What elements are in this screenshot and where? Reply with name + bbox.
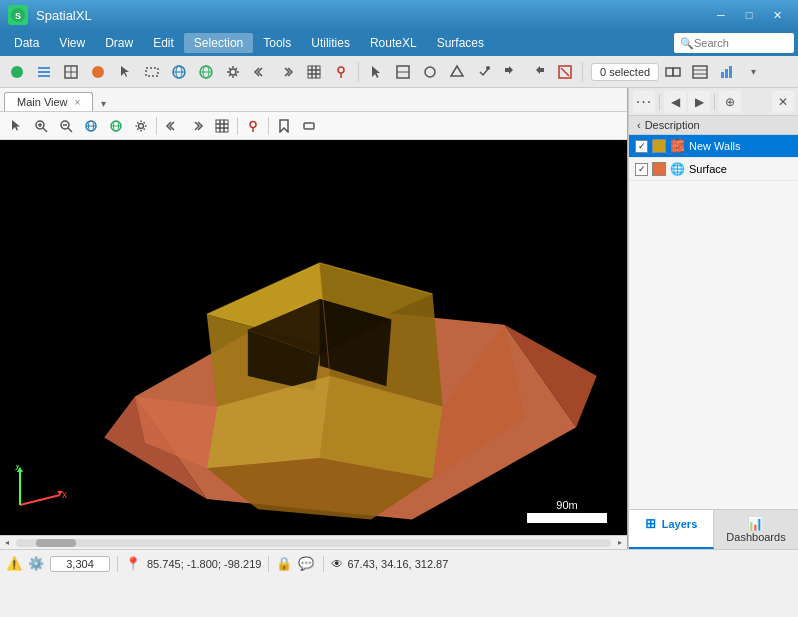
tb-map2[interactable]	[328, 59, 354, 85]
tb-sel1[interactable]	[390, 59, 416, 85]
rbt-layers-label: Layers	[662, 518, 697, 530]
tb-sel2[interactable]	[417, 59, 443, 85]
status-eye-icon: 👁	[331, 557, 343, 571]
view-sep-1	[156, 117, 157, 135]
menu-draw[interactable]: Draw	[95, 33, 143, 53]
scroll-track[interactable]	[16, 539, 611, 547]
vt-gear[interactable]	[129, 114, 153, 138]
svg-point-54	[139, 123, 144, 128]
toolbar-sep-2	[582, 62, 583, 82]
vt-globe2[interactable]	[104, 114, 128, 138]
tb-layers[interactable]	[31, 59, 57, 85]
canvas-area[interactable]: x y 90m	[0, 140, 627, 535]
view-tab-dropdown[interactable]: ▾	[97, 96, 110, 111]
svg-text:x: x	[62, 489, 67, 500]
menu-selection[interactable]: Selection	[184, 33, 253, 53]
tb-deselect[interactable]	[552, 59, 578, 85]
horizontal-scrollbar[interactable]: ◂ ▸	[0, 535, 627, 549]
layers-tab-icon: ⊞	[645, 516, 656, 531]
svg-rect-59	[220, 124, 224, 128]
tb-sel6[interactable]	[525, 59, 551, 85]
app-icon: S	[8, 5, 28, 25]
search-input[interactable]	[694, 37, 784, 49]
tb-map[interactable]	[58, 59, 84, 85]
layer-item-new-walls[interactable]: 🧱 New Walls	[629, 135, 798, 158]
svg-rect-4	[38, 71, 50, 73]
vt-bookmark[interactable]	[272, 114, 296, 138]
tb-cursor[interactable]	[112, 59, 138, 85]
tb-green-circle[interactable]	[4, 59, 30, 85]
tb-pointer[interactable]	[363, 59, 389, 85]
menu-utilities[interactable]: Utilities	[301, 33, 360, 53]
menu-view[interactable]: View	[49, 33, 95, 53]
right-bottom-tabs: ⊞ Layers 📊 Dashboards	[629, 509, 798, 549]
svg-rect-8	[146, 68, 158, 76]
tb-settings[interactable]	[220, 59, 246, 85]
tb-next[interactable]	[274, 59, 300, 85]
rt-close[interactable]: ✕	[772, 91, 794, 113]
layer-header-back[interactable]: ‹	[637, 119, 641, 131]
rt-pin[interactable]: ⊕	[719, 91, 741, 113]
minimize-button[interactable]: ─	[708, 5, 734, 25]
vt-zoom-in[interactable]	[29, 114, 53, 138]
axes-svg: x y	[10, 465, 70, 515]
rbt-layers[interactable]: ⊞ Layers	[629, 510, 714, 549]
rt-more[interactable]: ···	[633, 91, 655, 113]
menu-data[interactable]: Data	[4, 33, 49, 53]
tb-globe[interactable]	[166, 59, 192, 85]
vt-extra[interactable]	[297, 114, 321, 138]
menu-surfaces[interactable]: Surfaces	[427, 33, 494, 53]
rbt-dashboards[interactable]: 📊 Dashboards	[714, 510, 798, 549]
search-box[interactable]: 🔍	[674, 33, 794, 53]
menu-routexl[interactable]: RouteXL	[360, 33, 427, 53]
toolbar-more[interactable]: ▾	[743, 61, 763, 83]
tb-select-rect[interactable]	[139, 59, 165, 85]
svg-point-28	[425, 67, 435, 77]
scroll-thumb[interactable]	[36, 539, 76, 547]
tb-globe2[interactable]	[193, 59, 219, 85]
svg-rect-16	[308, 66, 312, 70]
tb-table[interactable]	[687, 59, 713, 85]
toolbar-sep-1	[358, 62, 359, 82]
menu-edit[interactable]: Edit	[143, 33, 184, 53]
svg-text:S: S	[15, 11, 21, 21]
tb-prev[interactable]	[247, 59, 273, 85]
view-tab-close[interactable]: ×	[75, 97, 81, 108]
vt-grid[interactable]	[210, 114, 234, 138]
selected-count: 0 selected	[591, 63, 659, 81]
right-panel: ··· ◀ ▶ ⊕ ✕ ‹ Description 🧱 New Walls	[628, 88, 798, 549]
tb-chart[interactable]	[714, 59, 740, 85]
menu-tools[interactable]: Tools	[253, 33, 301, 53]
svg-rect-18	[316, 66, 320, 70]
tb-sel5[interactable]	[498, 59, 524, 85]
maximize-button[interactable]: □	[736, 5, 762, 25]
vt-prev[interactable]	[160, 114, 184, 138]
rt-back[interactable]: ◀	[664, 91, 686, 113]
rt-forward[interactable]: ▶	[688, 91, 710, 113]
main-view-tab[interactable]: Main View ×	[4, 92, 93, 111]
view-sep-3	[268, 117, 269, 135]
tb-grid[interactable]	[301, 59, 327, 85]
layer-item-surface[interactable]: 🌐 Surface	[629, 158, 798, 181]
vt-map-marker[interactable]	[241, 114, 265, 138]
svg-rect-19	[308, 70, 312, 74]
vt-zoom-out[interactable]	[54, 114, 78, 138]
vt-select[interactable]	[4, 114, 28, 138]
tb-sel3[interactable]	[444, 59, 470, 85]
vt-globe[interactable]	[79, 114, 103, 138]
menu-bar: Data View Draw Edit Selection Tools Util…	[0, 30, 798, 56]
close-button[interactable]: ✕	[764, 5, 790, 25]
rt-sep1	[659, 94, 660, 110]
svg-line-85	[20, 495, 60, 505]
vt-next[interactable]	[185, 114, 209, 138]
tb-sel4[interactable]	[471, 59, 497, 85]
layer-checkbox-surface[interactable]	[635, 163, 648, 176]
layer-checkbox-new-walls[interactable]	[635, 140, 648, 153]
scroll-right[interactable]: ▸	[613, 536, 627, 550]
svg-rect-17	[312, 66, 316, 70]
tb-view-icon[interactable]	[660, 59, 686, 85]
main-toolbar: 0 selected ▾	[0, 56, 798, 88]
status-coord-box[interactable]: 3,304	[50, 556, 110, 572]
tb-orange[interactable]	[85, 59, 111, 85]
scroll-left[interactable]: ◂	[0, 536, 14, 550]
